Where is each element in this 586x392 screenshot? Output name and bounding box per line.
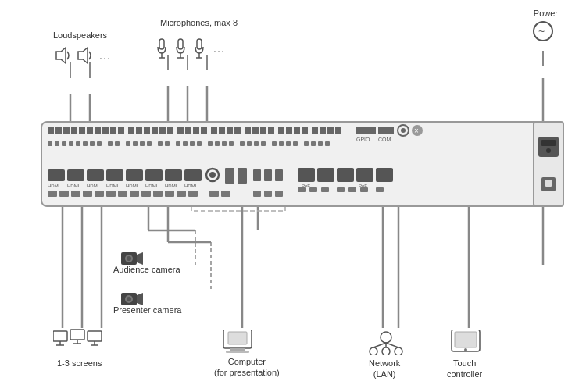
svg-rect-77 — [83, 141, 88, 146]
svg-rect-30 — [63, 127, 70, 134]
svg-point-125 — [209, 172, 216, 178]
svg-rect-129 — [264, 169, 272, 181]
svg-rect-113 — [145, 169, 163, 181]
svg-rect-141 — [83, 191, 92, 197]
svg-rect-158 — [321, 187, 329, 192]
svg-rect-96 — [240, 141, 245, 146]
svg-rect-192 — [70, 330, 84, 340]
svg-rect-61 — [320, 127, 326, 134]
svg-rect-33 — [87, 127, 93, 134]
svg-rect-64 — [356, 127, 376, 134]
svg-rect-45 — [185, 127, 191, 134]
svg-point-184 — [127, 256, 131, 261]
svg-rect-55 — [268, 127, 274, 134]
svg-marker-182 — [137, 252, 143, 265]
svg-rect-38 — [128, 127, 134, 134]
microphone-icons: … — [156, 37, 225, 59]
svg-rect-173 — [178, 39, 183, 49]
diagram-container: GPIO COM × — [0, 0, 586, 392]
svg-rect-100 — [272, 141, 277, 146]
svg-rect-189 — [53, 331, 67, 341]
svg-point-205 — [395, 347, 402, 355]
svg-rect-210 — [455, 332, 477, 347]
svg-rect-74 — [62, 141, 66, 146]
svg-rect-80 — [108, 141, 113, 146]
svg-rect-140 — [71, 191, 80, 197]
svg-rect-90 — [190, 141, 195, 146]
svg-text:HDMI: HDMI — [145, 184, 158, 188]
svg-rect-101 — [279, 141, 284, 146]
touch-controller-icon — [447, 330, 484, 360]
svg-rect-62 — [327, 127, 334, 134]
svg-rect-91 — [197, 141, 202, 146]
computer-icon — [222, 330, 253, 358]
svg-point-165 — [546, 148, 551, 153]
svg-point-202 — [381, 332, 391, 343]
svg-rect-52 — [245, 127, 251, 134]
svg-text:HDMI: HDMI — [165, 184, 177, 188]
loudspeakers-label: Loudspeakers — [53, 30, 107, 41]
power-connector-panel — [533, 121, 564, 207]
svg-point-211 — [464, 348, 467, 351]
svg-rect-131 — [298, 168, 315, 182]
svg-rect-135 — [356, 168, 373, 182]
svg-rect-132 — [317, 168, 334, 182]
svg-rect-139 — [59, 191, 69, 197]
svg-rect-46 — [193, 127, 199, 134]
presenter-camera-label: Presenter camera — [113, 305, 181, 315]
svg-rect-85 — [147, 141, 152, 146]
svg-rect-79 — [97, 141, 102, 146]
svg-rect-163 — [538, 137, 559, 157]
svg-rect-154 — [264, 191, 272, 197]
svg-rect-102 — [286, 141, 291, 146]
svg-rect-54 — [260, 127, 266, 134]
svg-rect-107 — [325, 141, 330, 146]
svg-rect-109 — [67, 169, 84, 181]
svg-rect-98 — [254, 141, 259, 146]
svg-rect-159 — [337, 187, 345, 192]
svg-text:HDMI: HDMI — [126, 184, 138, 188]
svg-rect-59 — [302, 127, 308, 134]
svg-rect-88 — [176, 141, 180, 146]
svg-rect-48 — [211, 127, 217, 134]
svg-rect-35 — [102, 127, 109, 134]
svg-rect-133 — [337, 168, 354, 182]
svg-rect-162 — [376, 187, 384, 192]
svg-rect-44 — [177, 127, 184, 134]
svg-rect-115 — [184, 169, 202, 181]
svg-rect-73 — [55, 141, 59, 146]
svg-rect-153 — [253, 191, 261, 197]
svg-rect-195 — [88, 331, 102, 341]
svg-rect-127 — [238, 168, 247, 184]
svg-rect-128 — [253, 169, 261, 181]
svg-rect-112 — [126, 169, 143, 181]
svg-text:×: × — [414, 127, 419, 135]
svg-rect-114 — [165, 169, 182, 181]
svg-rect-72 — [48, 141, 52, 146]
svg-rect-164 — [541, 140, 556, 146]
svg-line-208 — [386, 343, 398, 347]
svg-rect-148 — [165, 191, 174, 197]
svg-rect-137 — [376, 168, 393, 182]
computer-label: Computer(for presentation) — [214, 356, 280, 379]
svg-text:HDMI: HDMI — [87, 184, 99, 188]
svg-rect-28 — [48, 127, 54, 134]
svg-rect-201 — [226, 351, 249, 353]
svg-rect-50 — [227, 127, 233, 134]
svg-rect-31 — [71, 127, 77, 134]
svg-rect-34 — [95, 127, 101, 134]
svg-text:HDMI: HDMI — [48, 184, 60, 188]
svg-point-69 — [401, 128, 406, 133]
svg-rect-105 — [311, 141, 316, 146]
svg-rect-75 — [69, 141, 73, 146]
svg-rect-82 — [126, 141, 130, 146]
svg-text:COM: COM — [378, 137, 391, 142]
svg-rect-176 — [197, 39, 202, 49]
svg-rect-110 — [87, 169, 104, 181]
svg-rect-97 — [247, 141, 252, 146]
svg-rect-32 — [79, 127, 85, 134]
svg-point-203 — [370, 347, 377, 355]
svg-rect-51 — [234, 127, 241, 134]
svg-rect-56 — [278, 127, 284, 134]
device-box: GPIO COM × — [41, 121, 545, 207]
